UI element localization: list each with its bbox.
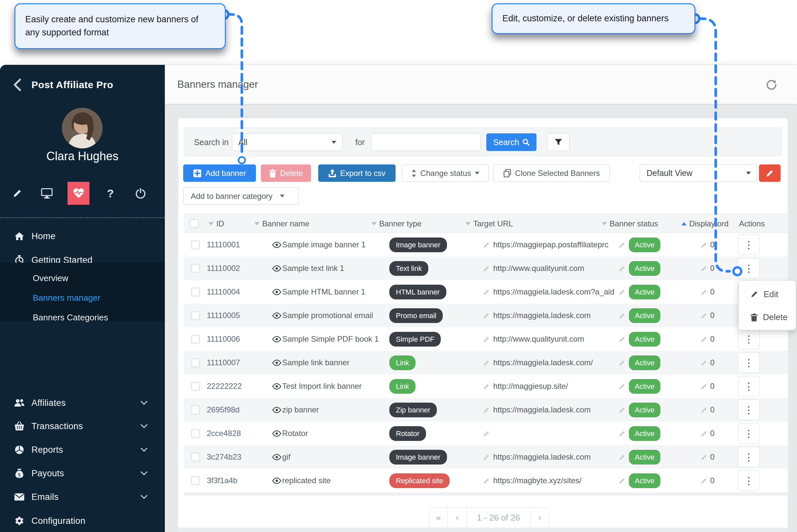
col-header-display-order[interactable]: Display ord xyxy=(681,214,728,233)
row-actions-kebab[interactable]: ⋮ xyxy=(738,400,760,420)
page-next-button[interactable]: › xyxy=(531,508,549,528)
power-logout-icon[interactable] xyxy=(130,182,151,205)
row-checkbox[interactable] xyxy=(191,382,200,391)
row-checkbox[interactable] xyxy=(191,476,200,485)
back-arrow-icon[interactable] xyxy=(10,77,24,92)
avatar[interactable] xyxy=(62,108,103,148)
sidebar-item-reports[interactable]: Reports xyxy=(0,439,165,460)
row-name[interactable]: gif xyxy=(282,445,290,469)
row-name[interactable]: Sample promotional email xyxy=(282,304,373,327)
preview-eye-icon[interactable] xyxy=(272,398,281,422)
submenu-overview[interactable]: Overview xyxy=(33,273,68,283)
row-checkbox[interactable] xyxy=(191,241,200,249)
edit-pencil-icon[interactable] xyxy=(483,454,490,461)
row-target-url[interactable]: https://maggiepap.postaffiliateprc xyxy=(493,233,609,256)
preview-eye-icon[interactable] xyxy=(272,304,281,327)
menu-item-edit[interactable]: Edit xyxy=(739,283,796,305)
edit-pencil-icon[interactable] xyxy=(618,336,626,343)
edit-pencil-icon[interactable] xyxy=(483,359,490,366)
col-header-url[interactable]: Target URL xyxy=(465,214,513,233)
edit-pencil-icon[interactable] xyxy=(618,454,626,461)
page-prev-button[interactable]: ‹ xyxy=(448,508,467,528)
edit-pencil-icon[interactable] xyxy=(618,265,626,272)
row-name[interactable]: Sample text link 1 xyxy=(282,256,344,280)
edit-pencil-icon[interactable] xyxy=(618,477,626,484)
edit-pencil-icon[interactable] xyxy=(483,312,490,319)
edit-profile-pencil-icon[interactable] xyxy=(7,182,27,205)
row-target-url[interactable]: https://maggiela.ladesk.com xyxy=(493,398,591,422)
row-checkbox[interactable] xyxy=(191,358,200,367)
preview-eye-icon[interactable] xyxy=(272,351,281,375)
row-actions-kebab[interactable]: ⋮ xyxy=(738,470,760,491)
edit-pencil-icon[interactable] xyxy=(618,242,626,249)
sidebar-item-payouts[interactable]: $ Payouts xyxy=(0,463,165,484)
edit-pencil-icon[interactable] xyxy=(700,312,707,319)
edit-pencil-icon[interactable] xyxy=(483,477,490,484)
search-button[interactable]: Search xyxy=(486,133,536,151)
col-header-status[interactable]: Banner status xyxy=(602,214,658,233)
col-header-name[interactable]: Banner name xyxy=(254,214,309,233)
row-actions-kebab[interactable]: ⋮ xyxy=(738,423,760,443)
search-scope-select[interactable]: All xyxy=(232,133,342,151)
row-actions-kebab[interactable]: ⋮ xyxy=(738,447,760,467)
row-checkbox[interactable] xyxy=(191,288,200,297)
row-target-url[interactable]: https://magbyte.xyz/sites/ xyxy=(493,469,581,492)
row-name[interactable]: Sample HTML banner 1 xyxy=(282,280,365,304)
change-status-button[interactable]: Change status xyxy=(402,165,489,182)
row-name[interactable]: zip banner xyxy=(282,398,319,422)
row-actions-kebab[interactable]: ⋮ xyxy=(738,234,760,255)
row-target-url[interactable]: https://maggiela.ladesk.com xyxy=(493,445,591,469)
monitor-icon[interactable] xyxy=(37,182,57,205)
edit-pencil-icon[interactable] xyxy=(618,312,626,319)
edit-pencil-icon[interactable] xyxy=(618,430,626,437)
preview-eye-icon[interactable] xyxy=(272,422,281,445)
edit-pencil-icon[interactable] xyxy=(483,265,490,272)
edit-pencil-icon[interactable] xyxy=(483,406,490,414)
preview-eye-icon[interactable] xyxy=(272,327,281,351)
help-question-icon[interactable]: ? xyxy=(100,182,121,205)
row-actions-kebab[interactable]: ⋮ xyxy=(738,376,760,396)
col-header-type[interactable]: Banner type xyxy=(371,214,422,233)
edit-pencil-icon[interactable] xyxy=(483,383,490,390)
sidebar-item-home[interactable]: Home xyxy=(0,226,165,247)
row-checkbox[interactable] xyxy=(191,264,200,273)
row-actions-kebab[interactable]: ⋮ xyxy=(738,258,760,279)
edit-pencil-icon[interactable] xyxy=(700,336,707,343)
sidebar-item-transactions[interactable]: Transactions xyxy=(0,416,165,437)
edit-pencil-icon[interactable] xyxy=(700,242,707,249)
view-select[interactable]: Default View xyxy=(640,165,757,182)
edit-pencil-icon[interactable] xyxy=(618,406,626,414)
preview-eye-icon[interactable] xyxy=(272,256,281,280)
edit-pencil-icon[interactable] xyxy=(483,289,490,296)
edit-pencil-icon[interactable] xyxy=(618,359,626,366)
add-banner-button[interactable]: Add banner xyxy=(183,165,256,182)
menu-item-delete[interactable]: Delete xyxy=(739,306,796,328)
col-header-id[interactable]: ID xyxy=(208,214,224,233)
edit-pencil-icon[interactable] xyxy=(700,289,707,296)
edit-pencil-icon[interactable] xyxy=(700,383,707,390)
row-target-url[interactable]: http://maggiesup.site/ xyxy=(493,375,568,398)
sidebar-item-configuration[interactable]: Configuration xyxy=(0,510,165,531)
edit-pencil-icon[interactable] xyxy=(700,430,707,437)
edit-pencil-icon[interactable] xyxy=(700,454,707,461)
preview-eye-icon[interactable] xyxy=(272,469,281,492)
row-target-url[interactable]: http://www.qualityunit.com xyxy=(493,327,584,351)
row-name[interactable]: Sample link banner xyxy=(282,351,349,375)
select-all-checkbox[interactable] xyxy=(190,219,199,228)
export-csv-button[interactable]: Export to csv xyxy=(318,165,395,182)
sidebar-item-affiliates[interactable]: Affiliates xyxy=(0,393,165,413)
row-name[interactable]: Sample Simple PDF book 1 xyxy=(282,327,379,351)
refresh-icon[interactable] xyxy=(765,78,778,91)
row-checkbox[interactable] xyxy=(191,453,200,461)
preview-eye-icon[interactable] xyxy=(272,445,281,469)
row-name[interactable]: Test Import link banner xyxy=(282,375,362,398)
delete-button[interactable]: Delete xyxy=(261,165,311,182)
edit-pencil-icon[interactable] xyxy=(700,477,707,484)
row-name[interactable]: Sample image banner 1 xyxy=(282,233,366,256)
edit-view-button[interactable] xyxy=(759,165,781,182)
page-first-button[interactable]: « xyxy=(429,508,448,528)
row-checkbox[interactable] xyxy=(191,335,200,344)
row-target-url[interactable]: http://www.qualityunit.com xyxy=(493,256,584,280)
edit-pencil-icon[interactable] xyxy=(700,359,707,366)
row-name[interactable]: Rotator xyxy=(282,422,308,445)
